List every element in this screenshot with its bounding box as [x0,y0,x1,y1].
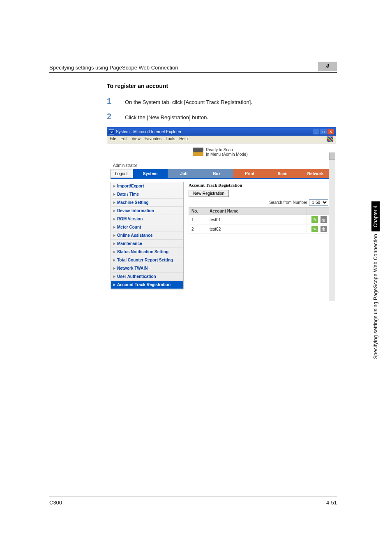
sidebar: Import/Export Date / Time Machine Settin… [111,182,184,289]
footer-left: C300 [49,500,62,506]
section-title: To register an account [107,83,337,89]
edit-icon[interactable]: ✎ [311,226,318,232]
sidebar-item-online-assistance[interactable]: Online Assistance [111,231,183,240]
tab-job[interactable]: Job [168,169,201,178]
embedded-screenshot: e System - Microsoft Internet Explorer _… [107,127,336,302]
main-pane: Account Track Registration New Registrat… [187,182,332,289]
logout-button[interactable]: Logout [111,169,132,178]
sidebar-item-maintenance[interactable]: Maintenance [111,240,183,248]
cell-name: test01 [207,215,307,224]
side-chapter-label: Chapter 4 [371,201,380,231]
footer-right: 4-51 [326,500,337,506]
window-maximize-button[interactable]: □ [320,129,327,134]
tab-print[interactable]: Print [233,169,266,178]
sidebar-item-rom-version[interactable]: ROM Version [111,215,183,223]
col-actions-header [307,208,330,215]
delete-icon[interactable]: 🗑 [321,216,327,223]
step-2-number: 2 [107,112,114,121]
tab-scan[interactable]: Scan [266,169,299,178]
vertical-scrollbar[interactable] [329,153,335,301]
sidebar-item-status-notification[interactable]: Status Notification Setting [111,248,183,256]
status-line-1: Ready to Scan [206,148,248,152]
cell-name: test02 [207,224,307,234]
status-line-2: In Menu (Admin Mode) [206,152,248,157]
sidebar-item-device-information[interactable]: Device Information [111,207,183,215]
content-title: Account Track Registration [189,183,330,187]
cell-no: 1 [189,215,207,224]
range-select[interactable]: 1-50 [309,199,328,206]
menu-view[interactable]: View [131,136,141,142]
account-table: No. Account Name 1 test01 ✎ 🗑 [189,207,330,234]
tab-network[interactable]: Network [299,169,332,178]
sidebar-item-date-time[interactable]: Date / Time [111,190,183,199]
col-account-name-header: Account Name [207,208,307,215]
table-row: 1 test01 ✎ 🗑 [189,215,330,224]
window-title: System - Microsoft Internet Explorer [116,130,182,134]
sidebar-item-user-authentication[interactable]: User Authentication [111,273,183,281]
cell-no: 2 [189,224,207,234]
ie-titlebar: e System - Microsoft Internet Explorer _… [107,127,336,136]
page-side-tab: Chapter 4 Specifying settings using Page… [371,201,380,359]
sidebar-item-meter-count[interactable]: Meter Count [111,223,183,231]
browser-content-pane: Ready to Scan In Menu (Admin Mode) Admin… [107,143,336,302]
side-chapter-text: Specifying settings using PageScope Web … [373,234,378,359]
step-2-text: Click the [New Registration] button. [125,114,208,120]
sidebar-item-total-counter-report[interactable]: Total Counter Report Setting [111,256,183,264]
sidebar-item-machine-setting[interactable]: Machine Setting [111,199,183,207]
col-no-header: No. [189,208,207,215]
ie-menubar: File Edit View Favorites Tools Help [107,136,336,143]
tab-box[interactable]: Box [201,169,233,178]
table-row: 2 test02 ✎ 🗑 [189,224,330,234]
chapter-number-box: 4 [318,62,337,71]
edit-icon[interactable]: ✎ [311,216,318,223]
ie-throbber-icon [327,136,333,142]
new-registration-button[interactable]: New Registration [189,190,229,197]
menu-edit[interactable]: Edit [120,136,127,142]
menu-tools[interactable]: Tools [166,136,175,142]
window-minimize-button[interactable]: _ [313,129,319,134]
role-label: Administrator [113,163,332,168]
menu-help[interactable]: Help [179,136,188,142]
sidebar-item-network-twain[interactable]: Network TWAIN [111,264,183,273]
tab-system[interactable]: System [133,169,168,178]
delete-icon[interactable]: 🗑 [321,226,327,232]
menu-favorites[interactable]: Favorites [145,136,161,142]
step-1-number: 1 [107,97,114,106]
ie-logo-icon: e [109,129,114,134]
device-status-icon [193,148,203,157]
page-header-title: Specifying settings using PageScope Web … [49,65,178,71]
window-close-button[interactable]: × [327,129,334,134]
sidebar-item-account-track-registration[interactable]: Account Track Registration [111,281,183,289]
menu-file[interactable]: File [110,136,116,142]
step-1-text: On the System tab, click [Account Track … [125,99,252,105]
sidebar-item-import-export[interactable]: Import/Export [111,182,183,190]
search-from-number-label: Search from Number [269,200,307,205]
